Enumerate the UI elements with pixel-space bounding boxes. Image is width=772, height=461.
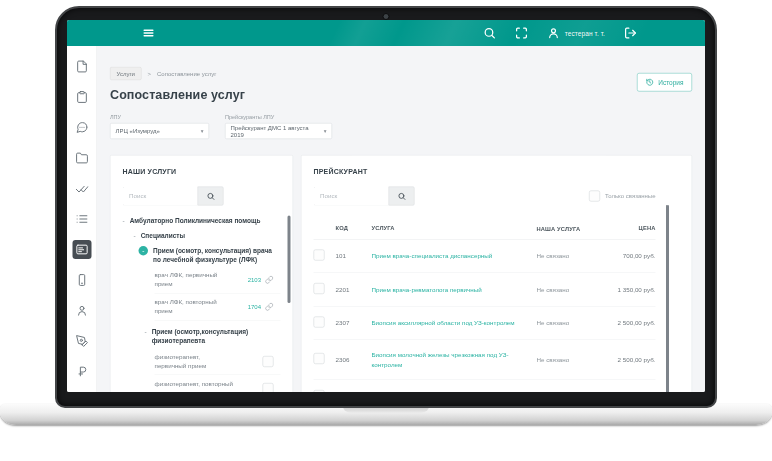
breadcrumb-separator: > [147,70,151,77]
user-icon[interactable] [72,301,91,320]
pricelist-search-input[interactable] [314,187,389,206]
document-icon[interactable] [72,57,91,76]
pricelist-panel: ПРЕЙСКУРАНТ Только связанные [301,155,692,392]
history-button[interactable]: История [637,73,692,92]
table-header: КОД УСЛУГА НАША УСЛУГА ЦЕНА [314,219,656,240]
scrollbar-thumb[interactable] [288,216,291,304]
link-icon[interactable] [265,276,274,285]
row-checkbox[interactable] [314,316,325,327]
row-code: 2201 [336,286,372,293]
user-icon [547,27,560,40]
table-row: 2307Биопсия аксиллярной области под УЗ-к… [314,306,656,340]
our-services-search-input[interactable] [123,187,198,206]
only-linked-label: Только связанные [605,193,655,200]
user-menu[interactable]: тестеран т. т. [547,27,605,40]
tree-leaf[interactable]: физиотерапевт, первичный прием [155,348,281,375]
top-app-bar: тестеран т. т. [67,20,705,46]
leaf-checkbox[interactable] [263,356,274,367]
row-price: 2 500,00 руб. [601,319,656,326]
breadcrumb-link-services[interactable]: Услуги [110,67,141,80]
row-price: 2 500,00 руб. [601,356,656,363]
breadcrumb: Услуги > Сопоставление услуг [110,67,692,80]
lpu-label: ЛПУ [110,114,209,120]
tree-branch-selected[interactable]: -Прием (осмотр, консультация) врача по л… [139,246,281,264]
table-row: 101Прием врача-специалиста диспансерныйН… [314,239,656,273]
tree-branch[interactable]: -Амбулаторно Поликлиническая помощь [123,217,281,226]
tree-branch[interactable]: -Специалисты [134,231,281,240]
folder-icon[interactable] [72,149,91,168]
service-link[interactable]: Биопсия аксиллярной области под УЗ-контр… [372,319,515,326]
row-code: 2306 [336,356,372,363]
filters-row: ЛПУ ЛРЦ «Изумруд» ▾ Прейскуранты ЛПУ Пре… [110,114,692,140]
service-link[interactable]: Прием врача-специалиста диспансерный [372,252,493,259]
service-link[interactable]: Биопсия молочной железы чрезкожная под У… [372,351,509,368]
column-our-service: НАША УСЛУГА [537,225,601,233]
leaf-checkbox[interactable] [263,383,274,392]
only-linked-checkbox[interactable] [589,191,600,202]
lpu-select[interactable]: ЛРЦ «Изумруд» ▾ [110,123,209,139]
row-checkbox[interactable] [314,249,325,260]
row-price: 700,00 руб. [601,252,656,259]
lpu-field: ЛПУ ЛРЦ «Изумруд» ▾ [110,114,209,140]
pricelist-label: Прейскуранты ЛПУ [225,114,332,120]
search-button[interactable] [389,187,415,206]
logout-icon[interactable] [624,27,637,40]
tree-branch[interactable]: -Прием (осмотр,консультация) физиотерапе… [145,328,281,346]
pricelist-field: Прейскуранты ЛПУ Прейскурант ДМС 1 авгус… [225,114,332,140]
table-row: 2306Биопсия молочной железы чрезкожная п… [314,340,656,380]
row-code: 101 [336,252,372,259]
search-button[interactable] [198,187,224,206]
our-services-panel: НАШИ УСЛУГИ -Амбулаторно Поликлиническая… [110,155,293,392]
chat-icon[interactable] [72,118,91,137]
clipboard-icon[interactable] [72,88,91,107]
chevron-down-icon: ▾ [201,128,204,135]
tree-leaf-linked[interactable]: врач ЛФК, повторный прием1704 [155,294,281,321]
laptop-screen: тестеран т. т. Услуги > Сопоставление [67,20,705,392]
row-price: 1 350,00 руб. [601,286,656,293]
collapse-icon: - [134,231,136,239]
pricelist-select[interactable]: Прейскурант ДМС 1 августа 2019 ▾ [225,123,332,139]
menu-icon[interactable] [142,27,155,40]
collapse-icon: - [123,217,125,225]
table-row: 2201Прием врача-ревматолога первичныйНе … [314,273,656,307]
card-list-icon[interactable] [72,240,91,259]
service-link[interactable]: Прием врача-ревматолога первичный [372,286,482,293]
row-checkbox[interactable] [314,283,325,294]
pen-icon[interactable] [72,332,91,351]
fullscreen-icon[interactable] [515,27,528,40]
row-our-service: Не связано [537,251,601,260]
list-icon[interactable] [72,210,91,229]
username: тестеран т. т. [565,29,605,37]
collapse-icon: - [145,328,147,336]
breadcrumb-current: Сопоставление услуг [157,70,216,77]
service-code: 1704 [248,303,261,310]
pricelist-title: ПРЕЙСКУРАНТ [314,168,656,176]
row-our-service: Не связано [537,355,601,364]
collapse-dot-icon: - [139,246,149,256]
tree-leaf-linked[interactable]: врач ЛФК, первичный прием2103 [155,267,281,294]
table-body: 101Прием врача-специалиста диспансерныйН… [314,239,656,392]
service-code: 2103 [248,276,261,283]
main-content: Услуги > Сопоставление услуг Сопоставлен… [97,46,705,392]
row-our-service: Не связано [537,285,601,294]
row-checkbox[interactable] [314,390,325,392]
laptop-mockup: тестеран т. т. Услуги > Сопоставление [0,0,772,461]
row-checkbox[interactable] [314,353,325,364]
row-code: 2307 [336,319,372,326]
tree-leaf[interactable]: физиотерапевт, повторный прием [155,375,281,392]
double-check-icon[interactable] [72,179,91,198]
chevron-down-icon: ▾ [324,128,327,135]
only-linked-filter: Только связанные [589,191,655,202]
app-window: тестеран т. т. Услуги > Сопоставление [67,20,705,392]
link-icon[interactable] [265,303,274,312]
smartphone-icon[interactable] [72,271,91,290]
search-icon[interactable] [483,27,496,40]
scrollbar-thumb[interactable] [666,205,669,393]
page-title: Сопоставление услуг [110,87,692,102]
our-services-title: НАШИ УСЛУГИ [123,168,281,176]
table-row: 2305Биопсия молочной железы чрезкожнаяНе… [314,380,656,392]
ruble-icon[interactable] [72,362,91,381]
webcam-dot [383,13,390,20]
services-tree: -Амбулаторно Поликлиническая помощь-Спец… [123,217,281,393]
row-our-service: Не связано [537,318,601,327]
